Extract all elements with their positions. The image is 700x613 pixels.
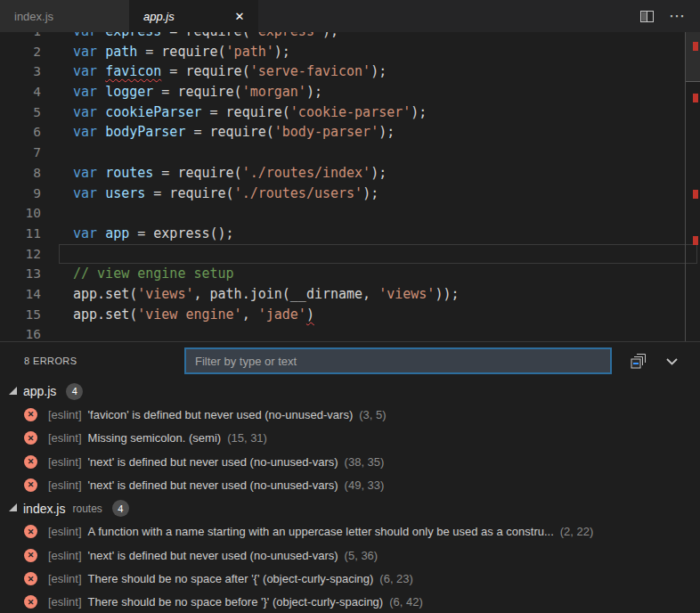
problem-source: [eslint] xyxy=(48,525,82,538)
problem-row[interactable]: ✕[eslint]Missing semicolon. (semi)(15, 3… xyxy=(0,427,700,450)
problem-row[interactable]: ✕[eslint]'next' is defined but never use… xyxy=(0,450,700,473)
problem-source: [eslint] xyxy=(48,572,82,585)
problem-source: [eslint] xyxy=(48,431,82,445)
filter-input[interactable] xyxy=(184,347,612,374)
line-number[interactable]: 15 xyxy=(0,305,41,325)
problem-position: (15, 31) xyxy=(227,431,267,445)
problem-row[interactable]: ✕[eslint]A function with a name starting… xyxy=(0,520,700,544)
problems-tree: app.js4✕[eslint]'favicon' is defined but… xyxy=(0,380,700,613)
error-mark xyxy=(693,42,698,51)
code-line[interactable]: 8var routes = require('./routes/index'); xyxy=(0,163,700,184)
tab-index-js[interactable]: index.js xyxy=(0,0,129,32)
problem-row[interactable]: ✕[eslint]There should be no space before… xyxy=(0,591,700,613)
error-icon: ✕ xyxy=(24,525,37,538)
line-number[interactable]: 10 xyxy=(0,203,41,224)
overview-ruler[interactable] xyxy=(685,32,700,341)
line-number[interactable]: 3 xyxy=(0,61,41,82)
line-content: var bodyParser = require('body-parser'); xyxy=(73,122,395,143)
code-line[interactable]: 12 xyxy=(0,244,700,265)
problem-source: [eslint] xyxy=(48,455,82,469)
line-number[interactable]: 5 xyxy=(0,102,41,123)
split-editor-icon[interactable] xyxy=(639,9,655,24)
line-number[interactable]: 8 xyxy=(0,163,41,184)
code-line[interactable]: 7 xyxy=(0,143,700,163)
code-line[interactable]: 13// view engine setup xyxy=(0,264,700,284)
error-icon: ✕ xyxy=(24,408,37,421)
problem-message: 'next' is defined but never used (no-unu… xyxy=(88,478,338,492)
line-content: var favicon = require('serve-favicon'); xyxy=(73,61,387,82)
collapse-all-icon[interactable] xyxy=(631,353,647,369)
problem-source: [eslint] xyxy=(48,478,82,492)
code-line[interactable]: 6var bodyParser = require('body-parser')… xyxy=(0,122,700,143)
line-number[interactable]: 6 xyxy=(0,122,41,143)
code-lines: 1var express = require('express');2var p… xyxy=(0,32,700,341)
line-number[interactable]: 11 xyxy=(0,224,41,244)
line-number[interactable]: 9 xyxy=(0,184,41,204)
problems-group-row[interactable]: index.jsroutes4 xyxy=(0,496,700,519)
scrollbar-slider[interactable] xyxy=(686,32,700,82)
problem-row[interactable]: ✕[eslint]'next' is defined but never use… xyxy=(0,473,700,496)
error-icon: ✕ xyxy=(24,478,37,492)
line-number[interactable]: 1 xyxy=(0,32,41,42)
problem-source: [eslint] xyxy=(48,549,82,562)
line-number[interactable]: 13 xyxy=(0,264,41,284)
vscode-window: index.js app.js ✕ ⋯ 1var express = requi… xyxy=(0,0,700,613)
code-line[interactable]: 14app.set('views', path.join(__dirname, … xyxy=(0,284,700,305)
problem-position: (6, 42) xyxy=(389,595,423,609)
code-line[interactable]: 16 xyxy=(0,324,700,341)
problem-position: (6, 23) xyxy=(379,572,413,585)
problem-message: 'favicon' is defined but never used (no-… xyxy=(88,408,354,421)
more-actions-icon[interactable]: ⋯ xyxy=(669,12,686,20)
code-editor[interactable]: 1var express = require('express');2var p… xyxy=(0,32,700,341)
line-content: var express = require('express'); xyxy=(73,32,338,42)
error-icon: ✕ xyxy=(24,595,37,609)
line-number[interactable]: 12 xyxy=(0,244,41,265)
line-content: app.set('views', path.join(__dirname, 'v… xyxy=(73,284,460,305)
line-number[interactable]: 4 xyxy=(0,82,41,102)
code-line[interactable]: 15app.set('view engine', 'jade') xyxy=(0,305,700,325)
error-mark xyxy=(693,94,698,102)
problem-message: 'next' is defined but never used (no-unu… xyxy=(88,549,338,562)
line-content: app.set('view engine', 'jade') xyxy=(73,305,314,325)
chevron-down-icon[interactable] xyxy=(664,354,680,369)
problem-message: 'next' is defined but never used (no-unu… xyxy=(88,455,338,469)
code-line[interactable]: 11var app = express(); xyxy=(0,224,700,244)
problem-source: [eslint] xyxy=(48,595,82,609)
line-content: // view engine setup xyxy=(73,264,234,284)
problem-row[interactable]: ✕[eslint]'next' is defined but never use… xyxy=(0,544,700,567)
code-line[interactable]: 3var favicon = require('serve-favicon'); xyxy=(0,61,700,82)
tab-label: index.js xyxy=(14,10,53,23)
close-icon[interactable]: ✕ xyxy=(232,10,248,23)
problems-group-row[interactable]: app.js4 xyxy=(0,380,700,403)
group-file-name: index.js xyxy=(23,502,65,516)
twistie-expanded-icon[interactable] xyxy=(9,503,17,511)
problems-panel: 8 ERRORS app.js4✕[eslint]'favicon' is de… xyxy=(0,341,700,613)
line-content: var app = express(); xyxy=(73,224,234,244)
problem-message: Missing semicolon. (semi) xyxy=(88,431,222,445)
error-count-badge: 4 xyxy=(112,500,129,517)
code-line[interactable]: 10 xyxy=(0,203,700,224)
problem-row[interactable]: ✕[eslint]There should be no space after … xyxy=(0,567,700,590)
tab-label: app.js xyxy=(143,10,175,23)
error-count-label: 8 ERRORS xyxy=(24,342,77,380)
error-icon: ✕ xyxy=(24,572,37,585)
tab-bar: index.js app.js ✕ ⋯ xyxy=(0,0,700,32)
line-number[interactable]: 7 xyxy=(0,143,41,163)
tab-app-js[interactable]: app.js ✕ xyxy=(129,0,258,32)
error-icon: ✕ xyxy=(24,455,37,469)
line-number[interactable]: 2 xyxy=(0,42,41,62)
code-line[interactable]: 2var path = require('path'); xyxy=(0,42,700,62)
problem-position: (5, 36) xyxy=(345,549,378,562)
problem-message: A function with a name starting with an … xyxy=(88,525,554,538)
code-line[interactable]: 1var express = require('express'); xyxy=(0,32,700,42)
code-line[interactable]: 5var cookieParser = require('cookie-pars… xyxy=(0,102,700,123)
line-content: var logger = require('morgan'); xyxy=(73,82,322,102)
problem-row[interactable]: ✕[eslint]'favicon' is defined but never … xyxy=(0,403,700,426)
line-number[interactable]: 16 xyxy=(0,324,41,341)
line-number[interactable]: 14 xyxy=(0,284,41,305)
code-line[interactable]: 4var logger = require('morgan'); xyxy=(0,82,700,102)
twistie-expanded-icon[interactable] xyxy=(9,387,17,395)
problem-position: (38, 35) xyxy=(345,455,385,469)
code-line[interactable]: 9var users = require('./routes/users'); xyxy=(0,184,700,204)
line-content: var routes = require('./routes/index'); xyxy=(73,163,387,184)
